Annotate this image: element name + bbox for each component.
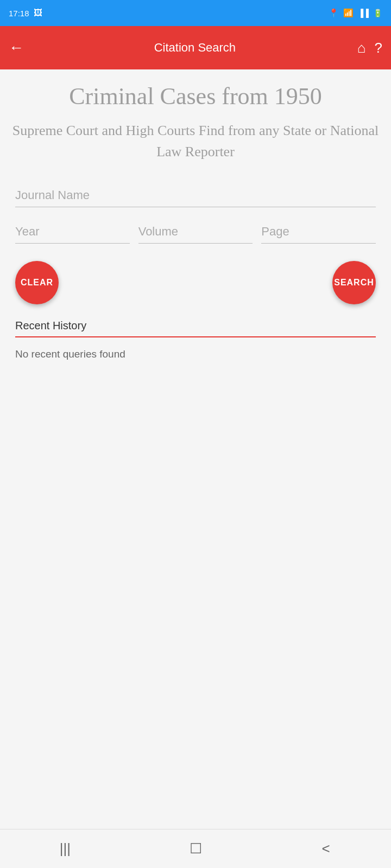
volume-input[interactable] — [138, 220, 253, 244]
no-results-message: No recent queries found — [15, 337, 376, 371]
row-fields — [15, 220, 376, 244]
app-bar-title: Citation Search — [33, 41, 357, 55]
status-icons: 📍 📶 ▐▐ 🔋 — [329, 8, 382, 18]
back-button[interactable]: ← — [9, 40, 24, 55]
year-input[interactable] — [15, 220, 130, 244]
form-section: CLEAR SEARCH Recent History No recent qu… — [11, 184, 380, 371]
journal-name-input[interactable] — [15, 184, 376, 207]
nav-menu-button[interactable]: ||| — [49, 833, 81, 865]
location-icon: 📍 — [329, 8, 339, 18]
app-bar: ← Citation Search ⌂ ? — [0, 26, 391, 69]
year-field-group — [15, 220, 130, 244]
bottom-nav: ||| ☐ < — [0, 829, 391, 868]
hero-subtitle: Supreme Court and High Courts Find from … — [11, 120, 380, 162]
main-content: Criminal Cases from 1950 Supreme Court a… — [0, 69, 391, 829]
home-button[interactable]: ⌂ — [357, 40, 366, 56]
hero-title: Criminal Cases from 1950 — [11, 82, 380, 111]
wifi-icon: 📶 — [343, 8, 354, 18]
status-time: 17:18 — [9, 9, 29, 18]
help-button[interactable]: ? — [375, 40, 382, 56]
signal-icon: ▐▐ — [358, 9, 369, 17]
battery-icon: 🔋 — [373, 9, 382, 17]
status-time-section: 17:18 🖼 — [9, 8, 42, 18]
nav-back-button[interactable]: < — [310, 833, 342, 865]
recent-history-section: Recent History No recent queries found — [15, 320, 376, 371]
status-bar: 17:18 🖼 📍 📶 ▐▐ 🔋 — [0, 0, 391, 26]
image-icon: 🖼 — [34, 8, 42, 18]
journal-name-field-group — [15, 184, 376, 207]
buttons-row: CLEAR SEARCH — [15, 261, 376, 304]
page-input[interactable] — [261, 220, 376, 244]
clear-button[interactable]: CLEAR — [15, 261, 59, 304]
volume-field-group — [138, 220, 253, 244]
page-field-group — [261, 220, 376, 244]
app-bar-actions: ⌂ ? — [357, 40, 382, 56]
recent-history-label: Recent History — [15, 320, 86, 331]
hero-section: Criminal Cases from 1950 Supreme Court a… — [11, 82, 380, 162]
nav-home-button[interactable]: ☐ — [179, 833, 212, 865]
search-button[interactable]: SEARCH — [332, 261, 376, 304]
